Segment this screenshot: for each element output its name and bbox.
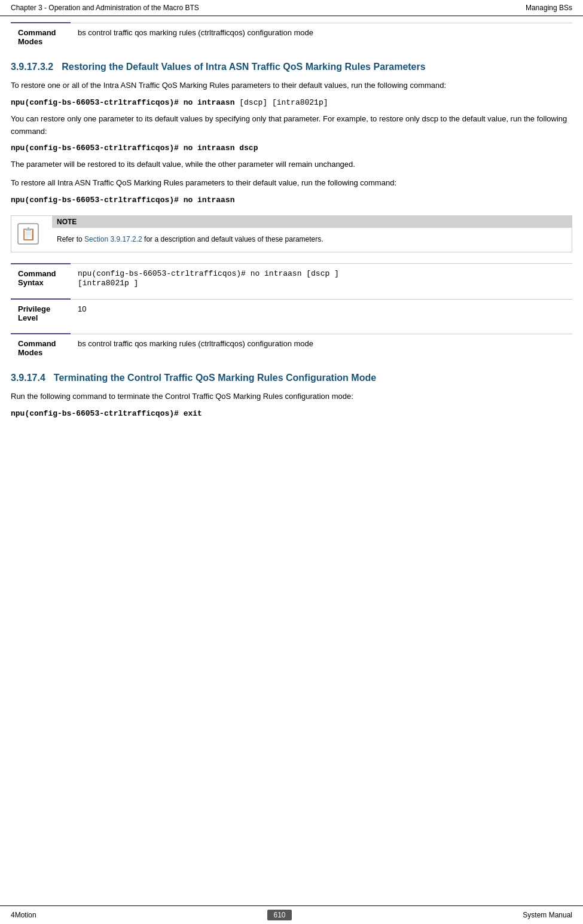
note-icon: 📋 bbox=[17, 223, 39, 245]
bottom-command-modes-label: Command Modes bbox=[11, 334, 71, 362]
section-3917-3-para4: To restore all Intra ASN Traffic QoS Mar… bbox=[11, 177, 572, 190]
page-header: Chapter 3 - Operation and Administration… bbox=[0, 0, 583, 16]
note-link[interactable]: Section 3.9.17.2.2 bbox=[84, 235, 142, 243]
footer-right: System Manual bbox=[523, 911, 572, 919]
command-syntax-line1: npu(config-bs-66053-ctrltrafficqos)# no … bbox=[78, 269, 339, 278]
note-box: 📋 NOTE Refer to Section 3.9.17.2.2 for a… bbox=[11, 215, 572, 252]
section-3917-3-title: Restoring the Default Values of Intra AS… bbox=[62, 62, 425, 72]
footer-page-number: 610 bbox=[267, 910, 291, 920]
note-pencil-icon: 📋 bbox=[21, 227, 36, 241]
section-39174-heading: 3.9.17.4 Terminating the Control Traffic… bbox=[11, 373, 572, 383]
section-3917-3-para1: To restore one or all of the Intra ASN T… bbox=[11, 80, 572, 92]
command-syntax-line2: [intra8021p ] bbox=[78, 279, 138, 288]
note-text: Refer to Section 3.9.17.2.2 for a descri… bbox=[52, 231, 572, 251]
section-3917-3-number: 3.9.17.3.2 bbox=[11, 62, 53, 72]
bottom-command-modes-value: bs control traffic qos marking rules (ct… bbox=[71, 334, 572, 362]
note-icon-area: 📋 bbox=[11, 216, 45, 252]
footer-left: 4Motion bbox=[11, 911, 36, 919]
note-text-after: for a description and default values of … bbox=[142, 235, 323, 243]
section-39174-title: Terminating the Control Traffic QoS Mark… bbox=[54, 373, 376, 383]
command-syntax-value: npu(config-bs-66053-ctrltrafficqos)# no … bbox=[71, 264, 572, 293]
command-syntax-label: Command Syntax bbox=[11, 264, 71, 293]
bottom-command-modes-table: Command Modes bs control traffic qos mar… bbox=[11, 333, 572, 362]
section-3917-3-cmd2: npu(config-bs-66053-ctrltrafficqos)# no … bbox=[11, 144, 572, 153]
cmd1-suffix: [dscp] [intra8021p] bbox=[234, 98, 328, 107]
top-command-modes-value: bs control traffic qos marking rules (ct… bbox=[71, 23, 572, 51]
privilege-level-value: 10 bbox=[71, 299, 572, 327]
note-text-before: Refer to bbox=[57, 235, 84, 243]
section-3917-3-heading: 3.9.17.3.2 Restoring the Default Values … bbox=[11, 62, 572, 72]
note-label: NOTE bbox=[52, 216, 572, 228]
section-3917-3-cmd3: npu(config-bs-66053-ctrltrafficqos)# no … bbox=[11, 196, 572, 205]
page-footer: 4Motion 610 System Manual bbox=[0, 905, 583, 924]
page-content: Command Modes bs control traffic qos mar… bbox=[0, 16, 583, 460]
section-39174-number: 3.9.17.4 bbox=[11, 373, 45, 383]
section-3917-3-para2: You can restore only one parameter to it… bbox=[11, 113, 572, 138]
section-39174-cmd1: npu(config-bs-66053-ctrltrafficqos)# exi… bbox=[11, 409, 572, 418]
top-command-modes-table: Command Modes bs control traffic qos mar… bbox=[11, 22, 572, 51]
header-left: Chapter 3 - Operation and Administration… bbox=[11, 4, 199, 12]
privilege-level-table: Privilege Level 10 bbox=[11, 298, 572, 327]
note-content: NOTE Refer to Section 3.9.17.2.2 for a d… bbox=[52, 216, 572, 251]
cmd1-bold: npu(config-bs-66053-ctrltrafficqos)# no … bbox=[11, 98, 234, 107]
command-syntax-table: Command Syntax npu(config-bs-66053-ctrlt… bbox=[11, 263, 572, 293]
section-3917-3-para3: The parameter will be restored to its de… bbox=[11, 158, 572, 171]
header-right: Managing BSs bbox=[526, 4, 572, 12]
section-3917-3-cmd1: npu(config-bs-66053-ctrltrafficqos)# no … bbox=[11, 98, 572, 107]
privilege-level-label: Privilege Level bbox=[11, 299, 71, 327]
section-39174-para1: Run the following command to terminate t… bbox=[11, 391, 572, 403]
top-command-modes-label: Command Modes bbox=[11, 23, 71, 51]
